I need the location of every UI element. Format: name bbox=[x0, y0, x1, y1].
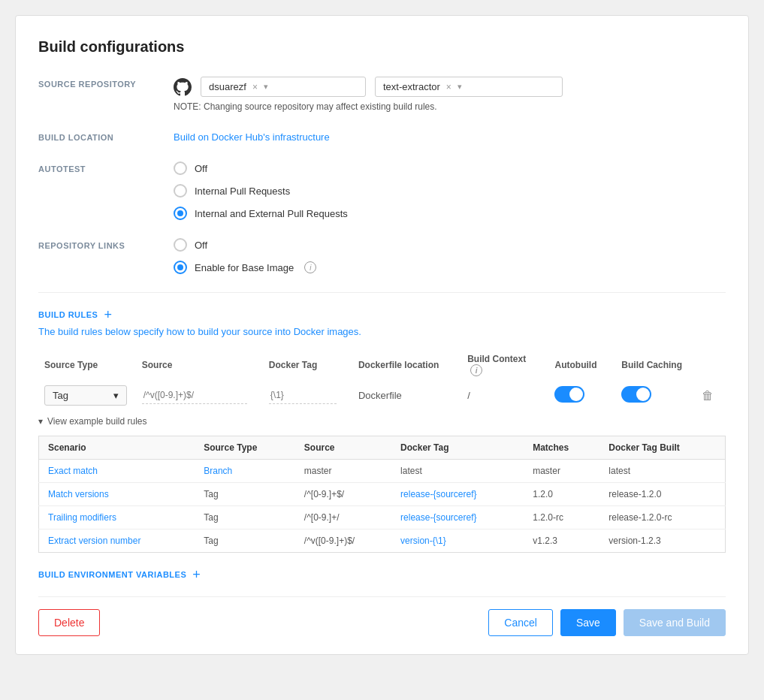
save-button[interactable]: Save bbox=[560, 609, 616, 636]
delete-rule-icon[interactable]: 🗑 bbox=[702, 389, 714, 402]
save-and-build-button[interactable]: Save and Build bbox=[624, 609, 726, 636]
row-build-caching-cell bbox=[615, 381, 696, 410]
source-repository-section: SOURCE REPOSITORY dsuarezf × ▾ text-extr… bbox=[38, 77, 726, 112]
example-source-type-4: Tag bbox=[195, 530, 295, 553]
user-clear-icon[interactable]: × bbox=[252, 82, 258, 92]
example-scenario-4-link[interactable]: Extract version number bbox=[48, 536, 140, 546]
repo-links-option-off[interactable]: Off bbox=[174, 238, 726, 252]
user-select-value: dsuarezf bbox=[209, 81, 246, 92]
row-build-context-cell: / bbox=[461, 381, 548, 410]
autotest-radio-internal-external[interactable] bbox=[174, 207, 187, 220]
view-example-toggle[interactable]: ▾ View example build rules bbox=[38, 416, 726, 427]
row-dockerfile-location-cell: Dockerfile bbox=[352, 381, 461, 410]
build-location-section: BUILD LOCATION Build on Docker Hub's inf… bbox=[38, 130, 726, 143]
build-caching-toggle[interactable] bbox=[621, 386, 651, 403]
row-source-cell bbox=[136, 381, 263, 410]
col-source-type: Source Type bbox=[38, 349, 136, 381]
build-location-label: BUILD LOCATION bbox=[38, 130, 174, 143]
source-repo-row: dsuarezf × ▾ text-extractor × ▾ bbox=[174, 77, 726, 97]
example-source-4: /^v([0-9.]+)$/ bbox=[295, 530, 391, 553]
dockerfile-location-value: Dockerfile bbox=[358, 390, 402, 401]
autotest-radio-internal[interactable] bbox=[174, 184, 187, 198]
autotest-radio-group: Off Internal Pull Requests Internal and … bbox=[174, 161, 726, 220]
example-matches-4: v1.2.3 bbox=[524, 530, 599, 553]
example-matches-3: 1.2.0-rc bbox=[524, 506, 599, 530]
repository-links-content: Off Enable for Base Image i bbox=[174, 238, 726, 274]
build-context-value: / bbox=[467, 390, 470, 401]
autotest-option-off-label: Off bbox=[195, 163, 207, 174]
cancel-button[interactable]: Cancel bbox=[488, 609, 553, 636]
chevron-down-icon: ▾ bbox=[38, 416, 43, 427]
example-source-type-3: Tag bbox=[195, 506, 295, 530]
build-location-link[interactable]: Build on Docker Hub's infrastructure bbox=[174, 131, 330, 143]
add-env-var-button[interactable]: + bbox=[192, 568, 201, 581]
example-table-body: Exact match Branch master latest master … bbox=[39, 460, 726, 553]
example-col-matches: Matches bbox=[524, 436, 599, 460]
repo-links-option-enable[interactable]: Enable for Base Image i bbox=[174, 261, 726, 274]
source-repo-note: NOTE: Changing source repository may aff… bbox=[174, 101, 726, 112]
repo-select-value: text-extractor bbox=[383, 81, 440, 92]
example-docker-tag-4-link[interactable]: version-{\1} bbox=[400, 536, 446, 546]
col-dockerfile-location: Dockerfile location bbox=[352, 349, 461, 381]
repo-links-option-off-label: Off bbox=[195, 240, 207, 251]
table-row: Exact match Branch master latest master … bbox=[39, 460, 726, 483]
delete-button[interactable]: Delete bbox=[38, 609, 100, 636]
table-row: Match versions Tag /^[0-9.]+$/ release-{… bbox=[39, 483, 726, 506]
user-select[interactable]: dsuarezf × ▾ bbox=[201, 77, 366, 97]
example-docker-tag-3-link[interactable]: release-{sourceref} bbox=[400, 512, 476, 523]
example-table-head: Scenario Source Type Source Docker Tag M… bbox=[39, 436, 726, 460]
source-type-select[interactable]: Tag ▾ bbox=[44, 385, 127, 406]
repository-links-label: REPOSITORY LINKS bbox=[38, 238, 174, 274]
autobuild-toggle[interactable] bbox=[554, 386, 584, 403]
build-rules-section: BUILD RULES + The build rules below spec… bbox=[38, 308, 726, 553]
repo-clear-icon[interactable]: × bbox=[446, 82, 451, 92]
env-vars-label: BUILD ENVIRONMENT VARIABLES bbox=[38, 570, 186, 579]
user-chevron-icon: ▾ bbox=[264, 82, 268, 92]
example-source-1: master bbox=[295, 460, 391, 483]
col-build-caching: Build Caching bbox=[615, 349, 696, 381]
col-dockerfile-location-text: Dockerfile location bbox=[358, 360, 439, 370]
row-delete-cell: 🗑 bbox=[696, 381, 726, 410]
example-col-docker-tag: Docker Tag bbox=[391, 436, 524, 460]
example-source-3: /^[0-9.]+/ bbox=[295, 506, 391, 530]
example-scenario-2: Match versions bbox=[39, 483, 195, 506]
build-rules-table-body: Tag ▾ Dockerfile bbox=[38, 381, 726, 410]
repo-links-radio-enable[interactable] bbox=[174, 261, 187, 274]
example-col-source-type: Source Type bbox=[195, 436, 295, 460]
example-scenario-4: Extract version number bbox=[39, 530, 195, 553]
table-row: Tag ▾ Dockerfile bbox=[38, 381, 726, 410]
repo-select[interactable]: text-extractor × ▾ bbox=[375, 77, 563, 97]
col-autobuild: Autobuild bbox=[548, 349, 615, 381]
source-input[interactable] bbox=[142, 387, 247, 404]
example-matches-1: master bbox=[524, 460, 599, 483]
col-build-context-text: Build Context bbox=[467, 354, 526, 364]
autotest-option-internal-external-label: Internal and External Pull Requests bbox=[195, 208, 348, 219]
example-scenario-1-link[interactable]: Exact match bbox=[48, 466, 98, 476]
repo-links-info-icon[interactable]: i bbox=[304, 261, 316, 273]
autotest-option-internal-label: Internal Pull Requests bbox=[195, 186, 290, 197]
autotest-option-internal[interactable]: Internal Pull Requests bbox=[174, 184, 726, 198]
build-rules-table: Source Type Source Docker Tag Dockerfile… bbox=[38, 349, 726, 410]
build-rules-header: BUILD RULES + bbox=[38, 308, 726, 321]
col-source: Source bbox=[136, 349, 263, 381]
build-context-info-icon[interactable]: i bbox=[470, 364, 482, 376]
source-type-chevron-icon: ▾ bbox=[113, 390, 119, 401]
example-scenario-2-link[interactable]: Match versions bbox=[48, 489, 109, 499]
github-icon bbox=[174, 78, 192, 96]
example-docker-tag-1: latest bbox=[391, 460, 524, 483]
add-build-rule-button[interactable]: + bbox=[104, 308, 112, 321]
col-docker-tag: Docker Tag bbox=[263, 349, 352, 381]
example-scenario-3-link[interactable]: Trailing modifiers bbox=[48, 512, 116, 523]
autotest-option-internal-external[interactable]: Internal and External Pull Requests bbox=[174, 207, 726, 220]
example-docker-tag-2-link[interactable]: release-{sourceref} bbox=[400, 489, 476, 499]
autotest-option-off[interactable]: Off bbox=[174, 161, 726, 175]
row-docker-tag-cell bbox=[263, 381, 352, 410]
autotest-radio-off[interactable] bbox=[174, 161, 187, 175]
example-source-type-1-link[interactable]: Branch bbox=[204, 466, 232, 476]
example-col-docker-tag-built: Docker Tag Built bbox=[599, 436, 725, 460]
docker-tag-input[interactable] bbox=[269, 387, 337, 404]
example-docker-tag-2: release-{sourceref} bbox=[391, 483, 524, 506]
repo-links-radio-off[interactable] bbox=[174, 238, 187, 252]
repository-links-radio-group: Off Enable for Base Image i bbox=[174, 238, 726, 274]
example-source-type-2: Tag bbox=[195, 483, 295, 506]
